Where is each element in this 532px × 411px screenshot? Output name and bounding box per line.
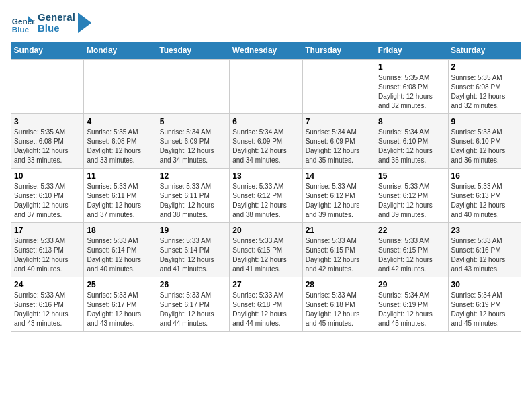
day-number: 11 (87, 171, 153, 181)
day-number: 25 (87, 280, 153, 289)
day-number: 12 (160, 171, 226, 181)
calendar-cell: 5Sunrise: 5:34 AM Sunset: 6:09 PM Daylig… (157, 114, 229, 169)
day-info: Sunrise: 5:35 AM Sunset: 6:08 PM Dayligh… (451, 73, 518, 111)
calendar-week-row: 10Sunrise: 5:33 AM Sunset: 6:10 PM Dayli… (11, 169, 521, 223)
calendar-cell: 15Sunrise: 5:33 AM Sunset: 6:12 PM Dayli… (375, 169, 448, 223)
calendar-cell (230, 60, 302, 114)
calendar-cell (84, 60, 157, 114)
svg-marker-3 (78, 13, 91, 33)
calendar-cell: 20Sunrise: 5:33 AM Sunset: 6:15 PM Dayli… (230, 223, 302, 277)
day-info: Sunrise: 5:33 AM Sunset: 6:11 PM Dayligh… (87, 182, 153, 220)
calendar-cell: 10Sunrise: 5:33 AM Sunset: 6:10 PM Dayli… (11, 169, 84, 223)
calendar-cell: 6Sunrise: 5:34 AM Sunset: 6:09 PM Daylig… (230, 114, 302, 169)
day-info: Sunrise: 5:33 AM Sunset: 6:13 PM Dayligh… (14, 236, 81, 274)
day-info: Sunrise: 5:33 AM Sunset: 6:10 PM Dayligh… (451, 128, 518, 165)
day-number: 24 (14, 280, 81, 289)
day-number: 18 (87, 226, 153, 235)
calendar-cell: 14Sunrise: 5:33 AM Sunset: 6:12 PM Dayli… (302, 169, 375, 223)
day-info: Sunrise: 5:35 AM Sunset: 6:08 PM Dayligh… (378, 73, 445, 111)
day-number: 26 (160, 280, 226, 289)
day-info: Sunrise: 5:33 AM Sunset: 6:14 PM Dayligh… (87, 236, 153, 274)
logo-icon: General Blue (11, 11, 35, 35)
day-info: Sunrise: 5:33 AM Sunset: 6:16 PM Dayligh… (14, 291, 81, 328)
header-wednesday: Wednesday (230, 42, 302, 60)
day-info: Sunrise: 5:33 AM Sunset: 6:14 PM Dayligh… (160, 236, 226, 274)
day-number: 28 (306, 280, 372, 289)
calendar-cell: 25Sunrise: 5:33 AM Sunset: 6:17 PM Dayli… (84, 277, 157, 332)
day-info: Sunrise: 5:33 AM Sunset: 6:16 PM Dayligh… (451, 236, 518, 274)
header-tuesday: Tuesday (157, 42, 229, 60)
day-number: 14 (306, 171, 372, 181)
day-number: 21 (306, 226, 372, 235)
calendar-cell: 21Sunrise: 5:33 AM Sunset: 6:15 PM Dayli… (302, 223, 375, 277)
day-number: 15 (378, 171, 445, 181)
calendar-cell: 4Sunrise: 5:35 AM Sunset: 6:08 PM Daylig… (84, 114, 157, 169)
day-info: Sunrise: 5:33 AM Sunset: 6:17 PM Dayligh… (160, 291, 226, 328)
day-info: Sunrise: 5:33 AM Sunset: 6:15 PM Dayligh… (378, 236, 445, 274)
calendar-cell: 26Sunrise: 5:33 AM Sunset: 6:17 PM Dayli… (157, 277, 229, 332)
calendar-cell: 22Sunrise: 5:33 AM Sunset: 6:15 PM Dayli… (375, 223, 448, 277)
calendar-cell: 3Sunrise: 5:35 AM Sunset: 6:08 PM Daylig… (11, 114, 84, 169)
calendar-cell: 8Sunrise: 5:34 AM Sunset: 6:10 PM Daylig… (375, 114, 448, 169)
calendar-cell (157, 60, 229, 114)
calendar-cell: 1Sunrise: 5:35 AM Sunset: 6:08 PM Daylig… (375, 60, 448, 114)
logo-general: General (38, 12, 75, 24)
day-number: 19 (160, 226, 226, 235)
calendar-cell: 27Sunrise: 5:33 AM Sunset: 6:18 PM Dayli… (230, 277, 302, 332)
day-info: Sunrise: 5:34 AM Sunset: 6:19 PM Dayligh… (378, 291, 445, 328)
day-number: 7 (306, 117, 372, 126)
logo-blue: Blue (38, 23, 75, 34)
day-info: Sunrise: 5:33 AM Sunset: 6:12 PM Dayligh… (378, 182, 445, 220)
calendar-week-row: 3Sunrise: 5:35 AM Sunset: 6:08 PM Daylig… (11, 114, 521, 169)
day-number: 20 (232, 226, 299, 235)
day-number: 10 (14, 171, 81, 181)
day-number: 3 (14, 117, 81, 126)
calendar-cell: 11Sunrise: 5:33 AM Sunset: 6:11 PM Dayli… (84, 169, 157, 223)
day-number: 4 (87, 117, 153, 126)
day-info: Sunrise: 5:33 AM Sunset: 6:12 PM Dayligh… (306, 182, 372, 220)
header-saturday: Saturday (448, 42, 521, 60)
day-info: Sunrise: 5:33 AM Sunset: 6:13 PM Dayligh… (451, 182, 518, 220)
calendar-cell: 28Sunrise: 5:33 AM Sunset: 6:18 PM Dayli… (302, 277, 375, 332)
day-info: Sunrise: 5:33 AM Sunset: 6:18 PM Dayligh… (232, 291, 299, 328)
calendar-cell: 13Sunrise: 5:33 AM Sunset: 6:12 PM Dayli… (230, 169, 302, 223)
day-info: Sunrise: 5:34 AM Sunset: 6:19 PM Dayligh… (451, 291, 518, 328)
day-number: 22 (378, 226, 445, 235)
calendar-table: SundayMondayTuesdayWednesdayThursdayFrid… (11, 42, 521, 332)
day-number: 17 (14, 226, 81, 235)
calendar-week-row: 24Sunrise: 5:33 AM Sunset: 6:16 PM Dayli… (11, 277, 521, 332)
logo-arrow-icon (78, 13, 91, 33)
calendar-cell (302, 60, 375, 114)
logo: General Blue General Blue (11, 11, 91, 35)
day-number: 2 (451, 62, 518, 72)
day-number: 1 (378, 62, 445, 72)
calendar-week-row: 17Sunrise: 5:33 AM Sunset: 6:13 PM Dayli… (11, 223, 521, 277)
day-info: Sunrise: 5:34 AM Sunset: 6:09 PM Dayligh… (306, 128, 372, 165)
calendar-cell: 17Sunrise: 5:33 AM Sunset: 6:13 PM Dayli… (11, 223, 84, 277)
calendar-cell: 23Sunrise: 5:33 AM Sunset: 6:16 PM Dayli… (448, 223, 521, 277)
calendar-cell: 29Sunrise: 5:34 AM Sunset: 6:19 PM Dayli… (375, 277, 448, 332)
header-friday: Friday (375, 42, 448, 60)
day-number: 9 (451, 117, 518, 126)
calendar-cell: 7Sunrise: 5:34 AM Sunset: 6:09 PM Daylig… (302, 114, 375, 169)
day-number: 27 (232, 280, 299, 289)
calendar-cell: 9Sunrise: 5:33 AM Sunset: 6:10 PM Daylig… (448, 114, 521, 169)
day-number: 13 (232, 171, 299, 181)
day-number: 8 (378, 117, 445, 126)
day-info: Sunrise: 5:33 AM Sunset: 6:10 PM Dayligh… (14, 182, 81, 220)
calendar-cell: 19Sunrise: 5:33 AM Sunset: 6:14 PM Dayli… (157, 223, 229, 277)
calendar-cell: 2Sunrise: 5:35 AM Sunset: 6:08 PM Daylig… (448, 60, 521, 114)
calendar-header-row: SundayMondayTuesdayWednesdayThursdayFrid… (11, 42, 521, 60)
calendar-cell: 18Sunrise: 5:33 AM Sunset: 6:14 PM Dayli… (84, 223, 157, 277)
svg-text:Blue: Blue (12, 25, 30, 34)
calendar-cell: 16Sunrise: 5:33 AM Sunset: 6:13 PM Dayli… (448, 169, 521, 223)
calendar-week-row: 1Sunrise: 5:35 AM Sunset: 6:08 PM Daylig… (11, 60, 521, 114)
calendar-cell: 24Sunrise: 5:33 AM Sunset: 6:16 PM Dayli… (11, 277, 84, 332)
day-number: 16 (451, 171, 518, 181)
day-info: Sunrise: 5:34 AM Sunset: 6:09 PM Dayligh… (160, 128, 226, 165)
day-number: 6 (232, 117, 299, 126)
header-sunday: Sunday (11, 42, 84, 60)
day-info: Sunrise: 5:35 AM Sunset: 6:08 PM Dayligh… (87, 128, 153, 165)
page-header: General Blue General Blue (11, 11, 521, 35)
day-info: Sunrise: 5:34 AM Sunset: 6:09 PM Dayligh… (232, 128, 299, 165)
